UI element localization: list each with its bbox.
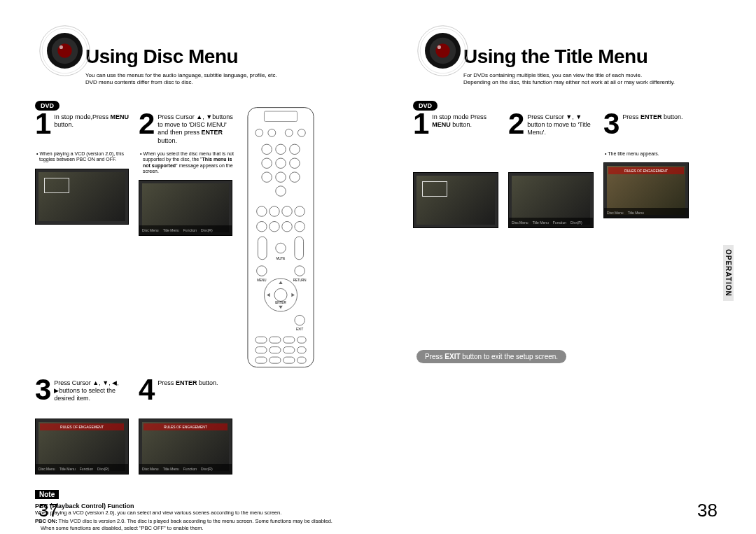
speaker-icon — [35, 21, 94, 83]
step-bullet: • The title menu appears. — [603, 151, 693, 157]
step-text: Press Cursor ▲, ▼, ◀, ▶buttons to select… — [54, 377, 133, 403]
t: button. — [662, 113, 682, 120]
step-illustration — [413, 172, 498, 228]
step-number: 1 — [35, 111, 51, 137]
step-text: Press Cursor ▲, ▼buttons to move to 'DIS… — [158, 111, 237, 145]
l: Disc Menu — [607, 211, 624, 215]
t: This VCD disc is version 2.0. The disc i… — [41, 518, 332, 531]
step-number: 3 — [35, 377, 51, 403]
enter-label: ENTER — [275, 301, 286, 304]
spacer — [413, 151, 503, 167]
step-illustration: Disc Menu Title Menu Function Divx(R) — [508, 172, 594, 228]
l: Function — [553, 220, 566, 225]
l: Disc Menu — [512, 220, 528, 225]
mute-label: MUTE — [276, 257, 286, 260]
section-tab: OPERATION — [723, 245, 734, 301]
speaker-icon — [413, 21, 472, 83]
l: Disc Menu — [142, 228, 159, 232]
svg-point-36 — [274, 288, 287, 301]
step-text-b: MENU — [110, 113, 129, 120]
l: Divx(R) — [570, 220, 582, 225]
step-3: 3 Press ENTER button. • The title menu a… — [603, 111, 693, 228]
step-number: 4 — [139, 377, 155, 403]
svg-rect-6 — [248, 107, 314, 367]
note-title: PBC (Playback Control) Function — [35, 503, 343, 510]
step-4: 4 Press ENTER button. RULES OF ENGAGEMEN… — [139, 377, 237, 475]
note-badge: Note — [35, 490, 59, 499]
l: Function — [80, 467, 93, 471]
step-number: 3 — [603, 111, 620, 137]
step-1: 1 In stop mode,Press MENU button. • When… — [35, 111, 133, 371]
step-text: Press ENTER button. — [622, 111, 682, 121]
step-illustration: RULES OF ENGAGEMENT Disc Menu Title Menu… — [139, 419, 232, 475]
return-label: RETURN — [293, 278, 307, 281]
page-subtitle: You can use the menus for the audio lang… — [85, 72, 343, 87]
step-1: 1 In stop mode Press MENU button. — [413, 111, 503, 228]
step-number: 1 — [413, 111, 429, 137]
l: Divx(R) — [97, 467, 109, 471]
svg-point-4 — [57, 43, 71, 57]
step-number: 2 — [508, 111, 524, 137]
step-2: 2 Press Cursor ▲, ▼buttons to move to 'D… — [139, 111, 237, 371]
step-illustration: Disc Menu Title Menu Function Divx(R) — [139, 180, 232, 236]
page-title: Using Disc Menu — [85, 45, 343, 68]
steps-row-1: 1 In stop mode,Press MENU button. • When… — [35, 111, 343, 371]
step-text: In stop mode,Press MENU button. — [54, 111, 133, 129]
l: Function — [183, 228, 197, 232]
page-left: Using Disc Menu You can use the menus fo… — [0, 0, 378, 534]
t: Press — [158, 379, 176, 386]
t: button. — [451, 121, 472, 128]
note-block: Note PBC (Playback Control) Function Whe… — [35, 487, 343, 534]
t: button to exit the setup screen. — [461, 353, 559, 360]
page-title: Using the Title Menu — [463, 45, 721, 68]
t: ENTER — [176, 379, 197, 386]
l: Title Menu — [628, 211, 644, 215]
t: ENTER — [201, 129, 223, 136]
l: Title Menu — [163, 228, 179, 232]
l: Disc Menu — [38, 467, 55, 471]
step-3: 3 Press Cursor ▲, ▼, ◀, ▶buttons to sele… — [35, 377, 133, 475]
l: Divx(R) — [201, 467, 213, 471]
exit-note: Press EXIT button to exit the setup scre… — [416, 350, 566, 363]
page-right: Using the Title Menu For DVDs containing… — [378, 0, 756, 534]
step-number: 2 — [139, 111, 155, 137]
t: button. — [158, 137, 177, 144]
l: Title Menu — [59, 467, 76, 471]
step-text: In stop mode Press MENU button. — [432, 111, 503, 129]
l: Function — [183, 467, 197, 471]
step-bullet: • When playing a VCD (version 2.0), this… — [35, 151, 133, 163]
t: EXIT — [444, 353, 460, 360]
step-text-a: In stop mode,Press — [54, 113, 108, 120]
page-number: 37 — [38, 500, 59, 521]
note-on: PBC ON: This VCD disc is version 2.0. Th… — [35, 518, 343, 531]
exit-label: EXIT — [296, 328, 303, 331]
step-illustration: RULES OF ENGAGEMENT Disc Menu Title Menu — [603, 162, 689, 218]
page-subtitle: For DVDs containing multiple titles, you… — [463, 72, 721, 87]
manual-spread: Using Disc Menu You can use the menus fo… — [0, 0, 756, 534]
remote-diagram: MUTE MENU RETURN ENTER EXIT — [242, 105, 319, 371]
steps-row: 1 In stop mode Press MENU button. 2 Pres… — [413, 111, 721, 228]
t: In stop mode Press — [432, 113, 486, 120]
l: Disc Menu — [142, 467, 159, 471]
step-2: 2 Press Cursor ▼, ▼ button to move to 'T… — [508, 111, 598, 228]
t: Press — [425, 353, 444, 360]
step-illustration — [35, 169, 129, 225]
t: MENU — [432, 121, 451, 128]
svg-point-5 — [59, 45, 63, 49]
spacer — [508, 151, 598, 167]
svg-point-55 — [438, 45, 441, 49]
step-text: Press ENTER button. — [158, 377, 218, 387]
step-bullet: • When you select the disc menu that is … — [139, 151, 237, 175]
step-text: Press Cursor ▼, ▼ button to move to 'Tit… — [527, 111, 598, 137]
menu-label: MENU — [257, 278, 266, 281]
t: ENTER — [640, 113, 662, 120]
steps-row-2: 3 Press Cursor ▲, ▼, ◀, ▶buttons to sele… — [35, 377, 343, 475]
l: Title Menu — [163, 467, 179, 471]
l: Title Menu — [533, 220, 549, 225]
step-illustration: RULES OF ENGAGEMENT Disc Menu Title Menu… — [35, 419, 129, 475]
svg-point-54 — [435, 43, 449, 57]
t: Press — [622, 113, 640, 120]
note-intro: When playing a VCD (version 2.0), you ca… — [35, 510, 343, 516]
l: Divx(R) — [201, 228, 213, 232]
t: button. — [197, 379, 218, 386]
